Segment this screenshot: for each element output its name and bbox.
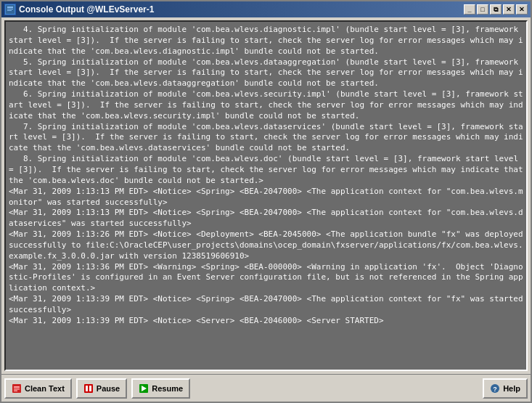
resume-icon (139, 383, 149, 394)
svg-text:?: ? (493, 386, 497, 393)
resume-button[interactable]: Resume (131, 378, 190, 399)
svg-rect-7 (14, 390, 17, 391)
console-text: 4. Spring initialization of module 'com.… (9, 25, 523, 327)
svg-rect-6 (14, 388, 20, 390)
content-area: 4. Spring initialization of module 'com.… (1, 17, 531, 374)
pause-button[interactable]: Pause (76, 378, 127, 399)
svg-rect-5 (14, 386, 20, 388)
help-button[interactable]: ? Help (483, 378, 528, 399)
svg-rect-10 (89, 386, 91, 391)
resume-label: Resume (152, 384, 183, 393)
help-label: Help (503, 384, 520, 393)
extra-close-button[interactable]: ✕ (516, 4, 528, 15)
pause-icon (83, 383, 94, 394)
window-title: Console Output @WLEvServer-1 (19, 4, 461, 15)
svg-rect-2 (7, 9, 13, 9)
console-window: Console Output @WLEvServer-1 _ □ ⧉ ✕ ✕ 4… (0, 0, 532, 403)
svg-rect-3 (7, 10, 12, 11)
close-button[interactable]: ✕ (503, 4, 515, 15)
pause-label: Pause (97, 384, 120, 393)
title-bar-buttons: _ □ ⧉ ✕ ✕ (464, 4, 528, 15)
title-bar: Console Output @WLEvServer-1 _ □ ⧉ ✕ ✕ (1, 1, 531, 17)
window-icon (4, 4, 16, 15)
console-output[interactable]: 4. Spring initialization of module 'com.… (4, 20, 528, 371)
bottom-bar: Clean Text Pause Resume (1, 374, 531, 402)
clean-text-button[interactable]: Clean Text (4, 378, 72, 399)
minimize-button[interactable]: _ (464, 4, 475, 15)
help-icon: ? (490, 383, 500, 394)
clean-text-icon (12, 383, 22, 394)
clean-text-label: Clean Text (25, 384, 65, 393)
svg-rect-8 (84, 384, 93, 393)
restore-button[interactable]: ⧉ (490, 4, 502, 15)
maximize-button[interactable]: □ (477, 4, 488, 15)
svg-rect-9 (86, 386, 88, 391)
svg-rect-1 (7, 7, 13, 8)
